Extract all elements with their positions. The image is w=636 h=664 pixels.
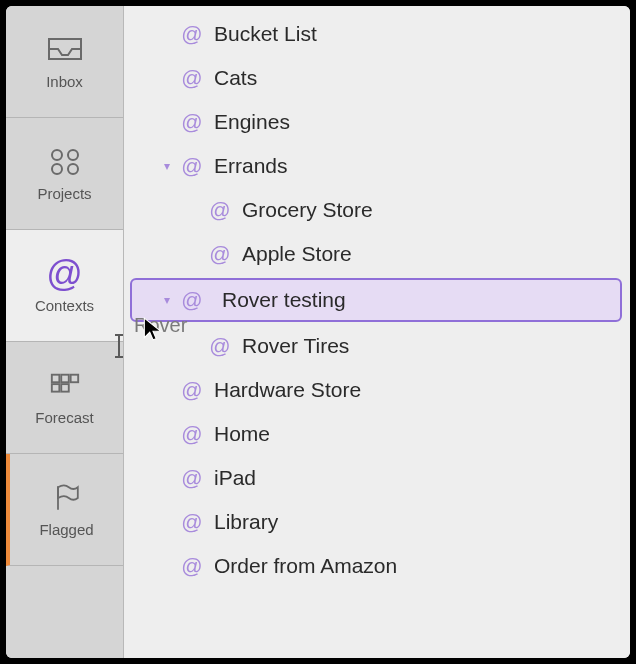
context-name: Engines xyxy=(214,110,290,134)
context-row[interactable]: @ Home xyxy=(124,412,630,456)
at-icon: @ xyxy=(180,288,204,312)
context-row[interactable]: @ Apple Store xyxy=(124,232,630,276)
context-row[interactable]: @ Grocery Store xyxy=(124,188,630,232)
context-row-selected[interactable]: ▾ @ Rover testing xyxy=(130,278,622,322)
svg-point-3 xyxy=(68,164,78,174)
contexts-icon: @ xyxy=(45,257,85,291)
context-name: Errands xyxy=(214,154,288,178)
at-icon: @ xyxy=(180,110,204,134)
context-name: Bucket List xyxy=(214,22,317,46)
tab-label: Flagged xyxy=(39,521,93,538)
context-row[interactable]: Rover @ Rover Tires xyxy=(124,324,630,368)
at-icon: @ xyxy=(180,554,204,578)
tab-projects[interactable]: Projects xyxy=(6,118,123,230)
disclosure-triangle-icon[interactable]: ▾ xyxy=(160,159,174,173)
context-row[interactable]: @ Library xyxy=(124,500,630,544)
tab-inbox[interactable]: Inbox xyxy=(6,6,123,118)
context-name: Rover Tires xyxy=(242,334,349,358)
context-row[interactable]: @ iPad xyxy=(124,456,630,500)
tab-label: Forecast xyxy=(35,409,93,426)
at-icon: @ xyxy=(180,22,204,46)
context-name: Grocery Store xyxy=(242,198,373,222)
context-row[interactable]: @ Cats xyxy=(124,56,630,100)
svg-rect-7 xyxy=(51,384,59,392)
at-icon: @ xyxy=(180,66,204,90)
tab-label: Inbox xyxy=(46,73,83,90)
at-icon: @ xyxy=(180,510,204,534)
context-row[interactable]: @ Bucket List xyxy=(124,12,630,56)
context-name: iPad xyxy=(214,466,256,490)
tab-flagged[interactable]: Flagged xyxy=(6,454,123,566)
svg-rect-4 xyxy=(51,375,59,383)
at-icon: @ xyxy=(208,198,232,222)
drop-insertion-caret xyxy=(118,334,120,358)
context-name: Order from Amazon xyxy=(214,554,397,578)
tab-label: Contexts xyxy=(35,297,94,314)
svg-rect-5 xyxy=(61,375,69,383)
forecast-icon xyxy=(45,369,85,403)
context-name: Apple Store xyxy=(242,242,352,266)
svg-point-2 xyxy=(52,164,62,174)
at-icon: @ xyxy=(180,422,204,446)
context-name: Library xyxy=(214,510,278,534)
at-icon: @ xyxy=(180,466,204,490)
flag-icon xyxy=(47,481,87,515)
context-name: Hardware Store xyxy=(214,378,361,402)
inbox-icon xyxy=(45,33,85,67)
svg-rect-6 xyxy=(70,375,78,383)
context-name: Rover testing xyxy=(222,288,346,312)
svg-point-1 xyxy=(68,150,78,160)
context-name: Home xyxy=(214,422,270,446)
projects-icon xyxy=(45,145,85,179)
disclosure-triangle-icon[interactable]: ▾ xyxy=(160,293,174,307)
tab-contexts[interactable]: @ Contexts xyxy=(6,230,123,342)
tab-forecast[interactable]: Forecast xyxy=(6,342,123,454)
context-row[interactable]: @ Hardware Store xyxy=(124,368,630,412)
context-row[interactable]: @ Engines xyxy=(124,100,630,144)
tab-label: Projects xyxy=(37,185,91,202)
app-window: Inbox Projects @ Contexts xyxy=(6,6,630,658)
context-row[interactable]: ▾ @ Errands xyxy=(124,144,630,188)
sidebar: Inbox Projects @ Contexts xyxy=(6,6,124,658)
svg-point-0 xyxy=(52,150,62,160)
context-list: @ Bucket List @ Cats @ Engines ▾ @ Erran… xyxy=(124,6,630,658)
at-icon: @ xyxy=(208,242,232,266)
context-row[interactable]: @ Order from Amazon xyxy=(124,544,630,588)
at-icon: @ xyxy=(180,378,204,402)
at-icon: @ xyxy=(208,334,232,358)
svg-rect-8 xyxy=(61,384,69,392)
context-name: Cats xyxy=(214,66,257,90)
at-icon: @ xyxy=(180,154,204,178)
